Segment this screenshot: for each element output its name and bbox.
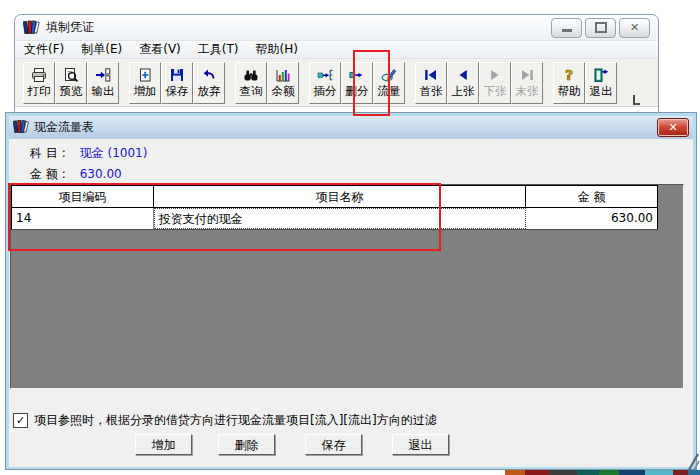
amount-value: 630.00 xyxy=(80,167,122,181)
toolbar-button-print[interactable]: 打印 xyxy=(23,62,55,104)
dialog-titlebar: 现金流量表 ✕ xyxy=(9,116,693,139)
subject-value: 现金 (1001) xyxy=(80,146,148,160)
filter-checkbox-row: ✓ 项目参照时，根据分录的借贷方向进行现金流量项目[流入][流出]方向的过滤 xyxy=(13,412,437,429)
exit-door-icon xyxy=(593,67,609,84)
toolbar-button-first[interactable]: 首张 xyxy=(415,62,447,104)
delete-button[interactable]: 删除 xyxy=(218,434,275,455)
restore-icon xyxy=(595,22,607,33)
sliver-segment xyxy=(645,470,673,475)
close-icon: ✕ xyxy=(630,22,639,33)
menu-item-voucher[interactable]: 制单(E) xyxy=(81,41,122,58)
sliver-segment xyxy=(525,470,549,475)
annotation-rect-cashflow-button xyxy=(353,50,390,116)
screenshot-stage: 填制凭证 ✕ 文件(F)制单(E)查看(V)工具(T)帮助(H) 打印预览输出增… xyxy=(0,0,700,475)
column-header-2[interactable]: 金 额 xyxy=(526,186,658,208)
desktop-background-sliver xyxy=(505,470,700,475)
toolbar-button-query[interactable]: 查询 xyxy=(235,62,267,104)
undo-icon xyxy=(201,67,217,84)
toolbar-button-last: 末张 xyxy=(511,62,543,104)
save-icon xyxy=(169,67,185,84)
toolbar-button-label: 帮助 xyxy=(558,84,581,98)
menu-item-tools[interactable]: 工具(T) xyxy=(198,41,239,58)
toolbar-button-abandon[interactable]: 放弃 xyxy=(193,62,225,104)
books-icon xyxy=(13,119,29,136)
first-page-icon xyxy=(423,67,439,84)
toolbar-button-label: 输出 xyxy=(92,84,115,98)
toolbar-button-label: 保存 xyxy=(166,84,189,98)
minimize-button[interactable] xyxy=(551,18,582,38)
close-button[interactable]: ✕ xyxy=(619,18,650,38)
next-page-icon xyxy=(487,67,503,84)
exit-button[interactable]: 退出 xyxy=(392,434,449,455)
toolbar-button-exit[interactable]: 退出 xyxy=(585,62,617,104)
sliver-segment xyxy=(599,470,619,475)
subject-field: 科 目 :现金 (1001) xyxy=(30,145,147,162)
toolbar-button-label: 预览 xyxy=(60,84,83,98)
toolbar-button-help[interactable]: ?帮助 xyxy=(553,62,585,104)
toolbar-group: 查询余额 xyxy=(235,62,299,104)
menu-item-help[interactable]: 帮助(H) xyxy=(256,41,298,58)
subject-label: 科 目 : xyxy=(30,146,66,160)
toolbar-button-balance[interactable]: 余额 xyxy=(267,62,299,104)
menu-item-file[interactable]: 文件(F) xyxy=(24,41,64,58)
check-icon: ✓ xyxy=(16,415,25,426)
toolbar-group: ?帮助退出 xyxy=(553,62,617,104)
toolbar-button-label: 插分 xyxy=(314,84,337,98)
svg-text:?: ? xyxy=(565,67,573,83)
close-icon: ✕ xyxy=(668,121,677,134)
cell-amount[interactable]: 630.00 xyxy=(526,208,658,229)
filter-checkbox-label: 项目参照时，根据分录的借贷方向进行现金流量项目[流入][流出]方向的过滤 xyxy=(34,412,437,429)
toolbar-button-label: 增加 xyxy=(134,84,157,98)
toolbar-button-save[interactable]: 保存 xyxy=(161,62,193,104)
restore-button[interactable] xyxy=(585,18,616,38)
toolbar-button-label: 退出 xyxy=(590,84,613,98)
amount-label: 金 额 : xyxy=(30,167,66,181)
toolbar-button-next: 下张 xyxy=(479,62,511,104)
toolbar-button-label: 上张 xyxy=(452,84,475,98)
toolbar-button-label: 首张 xyxy=(420,84,443,98)
dialog-button-row: 增加删除保存退出 xyxy=(9,434,693,455)
toolbar-button-prev[interactable]: 上张 xyxy=(447,62,479,104)
toolbar: 打印预览输出增加保存放弃查询余额插分删分流量首张上张下张末张?帮助退出 xyxy=(15,59,658,107)
toolbar-button-label: 下张 xyxy=(484,84,507,98)
dialog-title: 现金流量表 xyxy=(34,119,94,136)
minimize-icon xyxy=(562,29,572,32)
annotation-rect-table xyxy=(8,183,441,251)
prev-page-icon xyxy=(455,67,471,84)
toolbar-button-add[interactable]: 增加 xyxy=(129,62,161,104)
toolbar-group: 增加保存放弃 xyxy=(129,62,225,104)
last-page-icon xyxy=(519,67,535,84)
sliver-segment xyxy=(577,470,599,475)
dialog-close-button[interactable]: ✕ xyxy=(657,118,689,137)
filter-checkbox[interactable]: ✓ xyxy=(13,413,28,428)
save-button[interactable]: 保存 xyxy=(305,434,362,455)
preview-icon xyxy=(63,67,79,84)
binoculars-icon xyxy=(243,67,259,84)
toolbar-button-label: 余额 xyxy=(272,84,295,98)
toolbar-group: 首张上张下张末张 xyxy=(415,62,543,104)
sliver-segment xyxy=(549,470,577,475)
amount-field: 金 额 :630.00 xyxy=(30,166,122,183)
main-window-title: 填制凭证 xyxy=(46,19,94,36)
add-doc-icon xyxy=(137,67,153,84)
add-button[interactable]: 增加 xyxy=(135,434,192,455)
resize-grip-icon xyxy=(686,453,700,474)
toolbar-button-output[interactable]: 输出 xyxy=(87,62,119,104)
toolbar-button-label: 打印 xyxy=(28,84,51,98)
toolbar-button-label: 末张 xyxy=(516,84,539,98)
menu-bar: 文件(F)制单(E)查看(V)工具(T)帮助(H) xyxy=(15,41,658,59)
menu-item-view[interactable]: 查看(V) xyxy=(139,41,181,58)
toolbar-button-insert-line[interactable]: 插分 xyxy=(309,62,341,104)
export-icon xyxy=(95,67,111,84)
toolbar-group: 打印预览输出 xyxy=(23,62,119,104)
balance-chart-icon xyxy=(275,67,291,84)
toolbar-button-preview[interactable]: 预览 xyxy=(55,62,87,104)
toolbar-button-label: 查询 xyxy=(240,84,263,98)
help-icon: ? xyxy=(561,67,577,84)
main-window: 填制凭证 ✕ 文件(F)制单(E)查看(V)工具(T)帮助(H) 打印预览输出增… xyxy=(14,14,659,114)
books-icon xyxy=(23,19,40,37)
sliver-segment xyxy=(619,470,645,475)
cursor-artifact xyxy=(633,95,640,105)
insert-line-icon xyxy=(317,67,333,84)
window-controls: ✕ xyxy=(551,18,650,38)
